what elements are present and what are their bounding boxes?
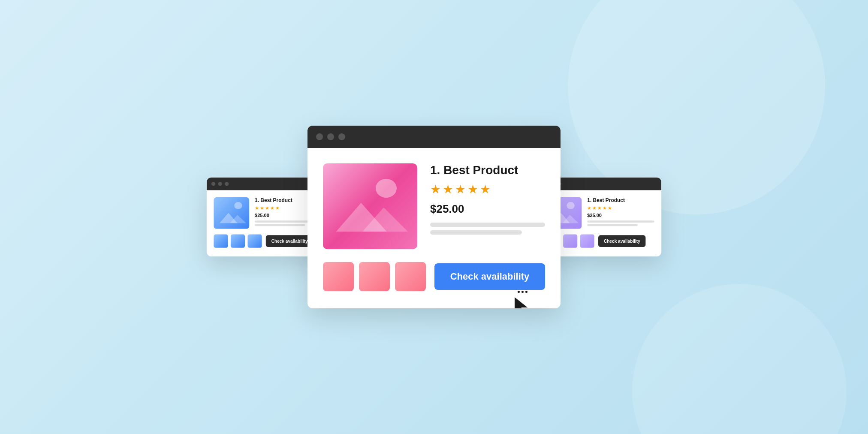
center-titlebar-dot-3 <box>338 133 345 140</box>
left-product-image <box>214 197 249 229</box>
right-desc-line-1 <box>587 220 654 223</box>
left-product-row: 1. Best Product ★ ★ ★ ★ ★ $25.00 <box>214 197 322 229</box>
right-check-availability-button[interactable]: Check availability <box>598 235 646 247</box>
center-content: 1. Best Product ★ ★ ★ ★ ★ $25.00 <box>307 148 561 308</box>
titlebar-dot-1 <box>211 182 215 186</box>
center-product-price: $25.00 <box>430 202 545 216</box>
left-star-4: ★ <box>270 205 274 211</box>
cursor-icon <box>512 295 535 308</box>
titlebar-dot-2 <box>218 182 222 186</box>
center-img-landscape <box>332 193 408 232</box>
cursor <box>512 291 535 308</box>
right-star-1: ★ <box>587 205 591 211</box>
right-thumb-2 <box>563 234 577 247</box>
left-img-landscape <box>217 208 247 224</box>
right-stars: ★ ★ ★ ★ ★ <box>587 205 654 211</box>
center-desc-line-2 <box>430 230 522 235</box>
titlebar-dot-3 <box>225 182 229 186</box>
right-thumb-3 <box>580 234 594 247</box>
center-star-4: ★ <box>467 182 478 196</box>
right-bottom-row: Check availability <box>546 234 654 247</box>
center-thumb-2 <box>359 262 390 291</box>
center-product-title: 1. Best Product <box>430 163 545 177</box>
left-star-1: ★ <box>255 205 259 211</box>
right-product-title: 1. Best Product <box>587 197 654 203</box>
left-thumb-1 <box>214 234 228 247</box>
svg-marker-4 <box>514 296 529 308</box>
center-titlebar <box>307 126 561 148</box>
left-thumb-2 <box>231 234 245 247</box>
center-desc-line-1 <box>430 223 545 227</box>
left-star-2: ★ <box>260 205 264 211</box>
center-star-1: ★ <box>430 182 441 196</box>
center-check-availability-button[interactable]: Check availability <box>434 263 545 290</box>
center-titlebar-dot-1 <box>316 133 323 140</box>
left-star-5: ★ <box>275 205 280 211</box>
center-star-5: ★ <box>480 182 491 196</box>
scene: 1. Best Product ★ ★ ★ ★ ★ $25.00 <box>91 56 777 378</box>
center-product-info: 1. Best Product ★ ★ ★ ★ ★ $25.00 <box>430 163 545 235</box>
center-thumb-1 <box>323 262 354 291</box>
right-star-5: ★ <box>608 205 612 211</box>
right-star-4: ★ <box>603 205 607 211</box>
left-bottom-row: Check availability <box>214 234 322 247</box>
right-star-3: ★ <box>597 205 602 211</box>
center-star-2: ★ <box>443 182 453 196</box>
right-product-price: $25.00 <box>587 213 654 218</box>
left-thumbnail-group <box>214 234 262 247</box>
left-desc-line-2 <box>255 224 305 226</box>
center-browser-window: 1. Best Product ★ ★ ★ ★ ★ $25.00 <box>307 126 561 308</box>
center-thumb-3 <box>395 262 426 291</box>
right-star-2: ★ <box>592 205 597 211</box>
center-desc-lines <box>430 223 545 235</box>
cursor-dot-1 <box>518 291 520 293</box>
center-stars: ★ ★ ★ ★ ★ <box>430 182 545 196</box>
center-thumbnail-group <box>323 262 426 291</box>
cursor-dots <box>512 291 535 293</box>
right-desc-line-2 <box>587 224 637 226</box>
left-star-3: ★ <box>265 205 269 211</box>
right-desc-lines <box>587 220 654 226</box>
center-bottom-row: Check availability <box>323 262 545 291</box>
right-product-info: 1. Best Product ★ ★ ★ ★ ★ $25.00 <box>587 197 654 226</box>
right-product-row: 1. Best Product ★ ★ ★ ★ ★ $25.00 <box>546 197 654 229</box>
left-check-availability-button[interactable]: Check availability <box>266 235 313 247</box>
cursor-dot-3 <box>525 291 527 293</box>
center-product-image <box>323 163 417 249</box>
center-product-row: 1. Best Product ★ ★ ★ ★ ★ $25.00 <box>323 163 545 249</box>
center-titlebar-dot-2 <box>327 133 334 140</box>
left-thumb-3 <box>247 234 262 247</box>
center-star-3: ★ <box>455 182 466 196</box>
cursor-dot-2 <box>521 291 524 293</box>
